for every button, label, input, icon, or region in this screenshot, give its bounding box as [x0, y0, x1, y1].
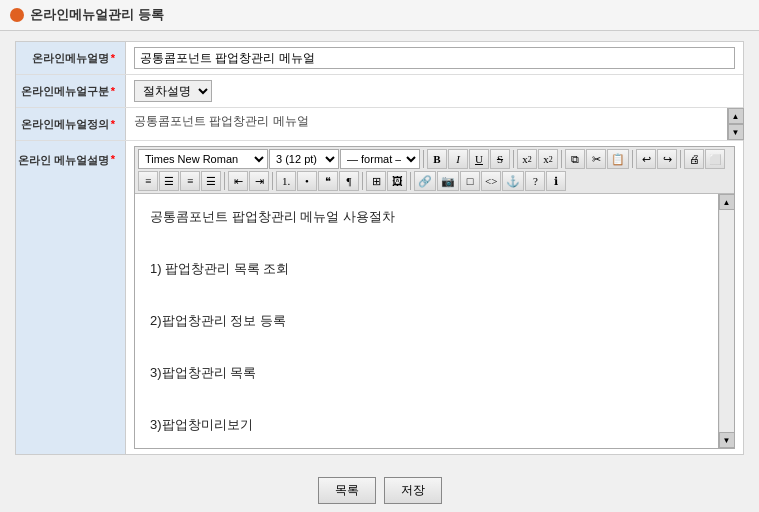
strikethrough-button[interactable]: S [490, 149, 510, 169]
editor-content-wrapper: 공통콤포넌트 팝업창관리 메뉴얼 사용절차 1) 팝업창관리 목록 조회 2)팝… [135, 194, 734, 448]
anchor-btn[interactable]: ⚓ [502, 171, 524, 191]
toolbar-sep-7 [272, 172, 273, 190]
name-label: 온라인메뉴얼명 * [16, 42, 126, 74]
cut-btn[interactable]: ✂ [586, 149, 606, 169]
scrollbar-down-btn[interactable]: ▼ [728, 124, 744, 140]
desc-row: 온라인메뉴얼정의 * 공통콤포넌트 팝업창관리 메뉴얼 ▲ ▼ [16, 108, 743, 141]
toolbar-sep-9 [410, 172, 411, 190]
toolbar-sep-8 [362, 172, 363, 190]
editor-line-2 [150, 230, 703, 256]
unordered-list-btn[interactable]: • [297, 171, 317, 191]
editor-toolbar: Times New Roman 3 (12 pt) — format — B I… [135, 147, 734, 194]
name-input[interactable] [134, 47, 735, 69]
align-right-btn[interactable]: ≡ [180, 171, 200, 191]
bold-button[interactable]: B [427, 149, 447, 169]
toolbar-row-2: ≡ ☰ ≡ ☰ ⇤ ⇥ 1. • ❝ ¶ ⊞ 🖼 [138, 171, 731, 191]
editor-scrollbar-track [720, 210, 734, 432]
type-select[interactable]: 절차설명 기능설명 사용설명 [134, 80, 212, 102]
editor-line-9: 3)팝업창미리보기 [150, 412, 703, 438]
page-title: 온라인메뉴얼관리 등록 [30, 6, 164, 24]
toolbar-sep-6 [224, 172, 225, 190]
redo-btn[interactable]: ↪ [657, 149, 677, 169]
type-label: 온라인메뉴얼구분 * [16, 75, 126, 107]
subscript-button[interactable]: x2 [538, 149, 558, 169]
scrollbar-up-btn[interactable]: ▲ [728, 108, 744, 124]
source-btn[interactable]: ⬜ [705, 149, 725, 169]
copy-btn[interactable]: ⧉ [565, 149, 585, 169]
superscript-button[interactable]: x2 [517, 149, 537, 169]
format-select[interactable]: — format — [340, 149, 420, 169]
print-btn[interactable]: 🖨 [684, 149, 704, 169]
align-left-btn[interactable]: ≡ [138, 171, 158, 191]
menu-label-row: 온라인 메뉴얼설명 * Times New Roman 3 (12 pt) — … [16, 141, 743, 454]
page-header: 온라인메뉴얼관리 등록 [0, 0, 759, 31]
italic-button[interactable]: I [448, 149, 468, 169]
menu-label: 온라인 메뉴얼설명 * [16, 141, 126, 454]
desc-value: 공통콤포넌트 팝업창관리 메뉴얼 [126, 108, 727, 140]
editor-wrapper: Times New Roman 3 (12 pt) — format — B I… [134, 146, 735, 449]
ordered-list-btn[interactable]: 1. [276, 171, 296, 191]
editor-line-1: 공통콤포넌트 팝업창관리 메뉴얼 사용절차 [150, 204, 703, 230]
font-family-select[interactable]: Times New Roman [138, 149, 268, 169]
editor-scrollbar: ▲ ▼ [718, 194, 734, 448]
indent-btn[interactable]: ⇥ [249, 171, 269, 191]
code-btn[interactable]: <> [481, 171, 501, 191]
block-indent-btn[interactable]: ¶ [339, 171, 359, 191]
toolbar-sep-1 [423, 150, 424, 168]
desc-label: 온라인메뉴얼정의 * [16, 108, 126, 140]
save-button[interactable]: 저장 [384, 477, 442, 504]
image-btn[interactable]: 🖼 [387, 171, 407, 191]
name-row: 온라인메뉴얼명 * [16, 42, 743, 75]
toolbar-row-1: Times New Roman 3 (12 pt) — format — B I… [138, 149, 731, 169]
block-quote-btn[interactable]: ❝ [318, 171, 338, 191]
footer-buttons: 목록 저장 [0, 465, 759, 512]
toolbar-sep-4 [632, 150, 633, 168]
editor-content-area[interactable]: 공통콤포넌트 팝업창관리 메뉴얼 사용절차 1) 팝업창관리 목록 조회 2)팝… [135, 194, 718, 448]
page-header-icon [10, 8, 24, 22]
toolbar-sep-2 [513, 150, 514, 168]
editor-line-4 [150, 282, 703, 308]
form-container: 온라인메뉴얼명 * 온라인메뉴얼구분 * 절차설명 기능설명 사용설명 온라인메… [15, 41, 744, 455]
editor-line-3: 1) 팝업창관리 목록 조회 [150, 256, 703, 282]
outdent-btn[interactable]: ⇤ [228, 171, 248, 191]
font-size-select[interactable]: 3 (12 pt) [269, 149, 339, 169]
undo-btn[interactable]: ↩ [636, 149, 656, 169]
editor-line-7: 3)팝업창관리 목록 [150, 360, 703, 386]
paste-btn[interactable]: 📋 [607, 149, 629, 169]
list-button[interactable]: 목록 [318, 477, 376, 504]
editor-scrollbar-down[interactable]: ▼ [719, 432, 735, 448]
toolbar-sep-3 [561, 150, 562, 168]
desc-scrollbar: ▲ ▼ [727, 108, 743, 140]
editor-line-6 [150, 334, 703, 360]
link-btn[interactable]: 🔗 [414, 171, 436, 191]
align-justify-btn[interactable]: ☰ [201, 171, 221, 191]
box-btn[interactable]: □ [460, 171, 480, 191]
type-row: 온라인메뉴얼구분 * 절차설명 기능설명 사용설명 [16, 75, 743, 108]
img-insert-btn[interactable]: 📷 [437, 171, 459, 191]
editor-scrollbar-up[interactable]: ▲ [719, 194, 735, 210]
toolbar-sep-5 [680, 150, 681, 168]
align-center-btn[interactable]: ☰ [159, 171, 179, 191]
editor-line-8 [150, 386, 703, 412]
table-btn[interactable]: ⊞ [366, 171, 386, 191]
help-btn[interactable]: ? [525, 171, 545, 191]
underline-button[interactable]: U [469, 149, 489, 169]
info-btn[interactable]: ℹ [546, 171, 566, 191]
editor-line-5: 2)팝업창관리 정보 등록 [150, 308, 703, 334]
